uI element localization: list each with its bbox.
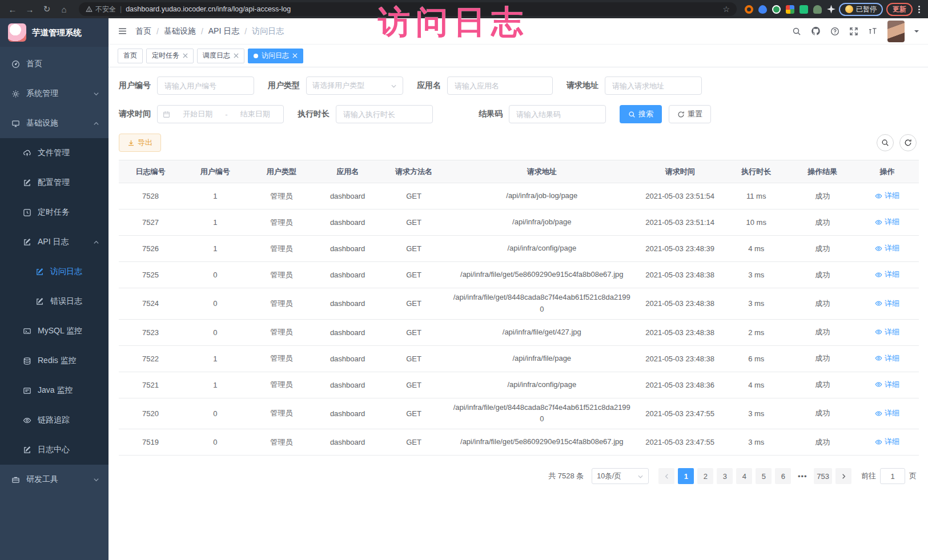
- page-button[interactable]: 1: [678, 468, 694, 484]
- user-id-input[interactable]: [157, 76, 254, 95]
- sidebar-item-mysql-monitor[interactable]: MySQL 监控: [0, 316, 109, 346]
- sidebar-item-redis-monitor[interactable]: Redis 监控: [0, 346, 109, 376]
- page-button[interactable]: 6: [775, 468, 791, 484]
- detail-link[interactable]: 详细: [875, 299, 899, 309]
- sidebar-item-system[interactable]: 系统管理: [0, 79, 109, 108]
- active-dot: [254, 54, 258, 58]
- tab-scheduled-tasks[interactable]: 定时任务: [146, 49, 194, 63]
- close-icon[interactable]: [292, 53, 298, 58]
- extension-icon[interactable]: [800, 5, 808, 14]
- forward-icon[interactable]: →: [23, 2, 37, 16]
- dashboard-icon: [11, 60, 20, 69]
- sidebar-item-file-management[interactable]: 文件管理: [0, 138, 109, 168]
- detail-link[interactable]: 详细: [875, 217, 899, 227]
- detail-link[interactable]: 详细: [875, 269, 899, 280]
- sidebar-item-home[interactable]: 首页: [0, 49, 109, 79]
- page-button[interactable]: 4: [736, 468, 752, 484]
- toggle-search-button[interactable]: [877, 134, 894, 151]
- avatar-caret-icon[interactable]: [914, 30, 919, 35]
- home-icon[interactable]: ⌂: [57, 2, 71, 16]
- back-icon[interactable]: ←: [6, 2, 19, 16]
- sidebar-item-infrastructure[interactable]: 基础设施: [0, 108, 109, 138]
- result-code-input[interactable]: [509, 105, 606, 123]
- detail-link[interactable]: 详细: [875, 437, 899, 447]
- sidebar-item-java-monitor[interactable]: Java 监控: [0, 376, 109, 405]
- detail-link[interactable]: 详细: [875, 243, 899, 253]
- table-toolbar: 导出: [119, 134, 919, 152]
- breadcrumb-item[interactable]: 首页: [135, 26, 151, 37]
- extension-icon[interactable]: [758, 5, 767, 14]
- reload-icon[interactable]: ↻: [40, 2, 54, 16]
- detail-link[interactable]: 详细: [875, 327, 899, 337]
- detail-link[interactable]: 详细: [875, 353, 899, 364]
- extension-icon[interactable]: [772, 5, 781, 14]
- result-code-label: 结果码: [479, 109, 503, 119]
- page-button[interactable]: 3: [717, 468, 733, 484]
- refresh-table-button[interactable]: [899, 134, 917, 151]
- close-icon[interactable]: [183, 53, 188, 58]
- sidebar-item-log-center[interactable]: 日志中心: [0, 435, 109, 465]
- next-page-button[interactable]: [835, 468, 851, 484]
- tab-home[interactable]: 首页: [118, 49, 143, 63]
- eye-icon: [875, 381, 882, 388]
- sidebar-header[interactable]: 芋道管理系统: [0, 18, 109, 47]
- duration-input[interactable]: [336, 105, 433, 123]
- tab-schedule-log[interactable]: 调度日志: [197, 49, 244, 63]
- detail-link[interactable]: 详细: [875, 191, 899, 201]
- page-size-select[interactable]: 10条/页: [592, 468, 649, 484]
- bookmark-star-icon[interactable]: ☆: [722, 5, 730, 14]
- tag-view-bar: 首页 定时任务 调度日志 访问日志: [109, 45, 928, 67]
- sidebar-item-scheduled-tasks[interactable]: 定时任务: [0, 198, 109, 227]
- extension-icon[interactable]: [813, 5, 822, 14]
- detail-link[interactable]: 详细: [875, 380, 899, 390]
- profile-paused-badge[interactable]: 已暂停: [839, 3, 883, 16]
- screen-icon: [23, 327, 31, 336]
- prev-page-button[interactable]: [658, 468, 674, 484]
- request-url-input[interactable]: [605, 76, 702, 95]
- user-avatar[interactable]: [887, 21, 905, 42]
- update-button[interactable]: 更新: [886, 3, 913, 16]
- date-range-picker[interactable]: 开始日期 - 结束日期: [157, 105, 284, 123]
- screen: ← → ↻ ⌂ 不安全 | dashboard.yudao.iocoder.cn…: [0, 0, 928, 560]
- security-chip[interactable]: 不安全: [86, 5, 116, 14]
- search-icon[interactable]: [792, 27, 801, 36]
- detail-link[interactable]: 详细: [875, 408, 899, 418]
- sidebar-item-dev-tools[interactable]: 研发工具: [0, 465, 109, 494]
- help-icon[interactable]: [830, 27, 839, 36]
- extension-icon[interactable]: [827, 5, 835, 14]
- goto-page-input[interactable]: [880, 468, 905, 484]
- address-bar[interactable]: 不安全 | dashboard.yudao.iocoder.cn/infra/l…: [79, 2, 737, 16]
- github-icon[interactable]: [811, 26, 821, 36]
- eye-icon: [875, 219, 882, 226]
- more-pages-icon[interactable]: •••: [794, 468, 810, 484]
- duration-label: 执行时长: [298, 109, 330, 119]
- sidebar-item-access-log[interactable]: 访问日志: [0, 257, 109, 287]
- eye-icon: [875, 192, 882, 200]
- sidebar-item-config-management[interactable]: 配置管理: [0, 168, 109, 198]
- sidebar-item-error-log[interactable]: 错误日志: [0, 287, 109, 316]
- fullscreen-icon[interactable]: [849, 27, 858, 36]
- page-button[interactable]: 2: [697, 468, 713, 484]
- export-button[interactable]: 导出: [119, 134, 161, 152]
- breadcrumb-item[interactable]: API 日志: [208, 26, 239, 37]
- page-button[interactable]: 753: [814, 468, 832, 484]
- search-button[interactable]: 搜索: [620, 105, 662, 123]
- extension-icon[interactable]: [786, 5, 794, 14]
- breadcrumb-item[interactable]: 基础设施: [164, 26, 196, 37]
- filter-row-2: 请求时间 开始日期 - 结束日期 执行时长 结果码: [119, 105, 919, 123]
- font-size-icon[interactable]: [868, 27, 878, 35]
- reset-button[interactable]: 重置: [669, 105, 711, 123]
- user-type-select[interactable]: 请选择用户类型: [306, 76, 403, 95]
- collapse-menu-icon[interactable]: [118, 26, 127, 36]
- browser-menu-icon[interactable]: [916, 6, 922, 13]
- table-row: 75240管理员dashboardGET/api/infra/file/get/…: [119, 288, 919, 320]
- app-name-input[interactable]: [447, 76, 553, 95]
- close-icon[interactable]: [234, 53, 239, 58]
- extension-icon[interactable]: [745, 5, 753, 14]
- calendar-icon: [163, 111, 170, 118]
- sidebar-item-api-log[interactable]: API 日志: [0, 227, 109, 257]
- tab-access-log[interactable]: 访问日志: [248, 49, 303, 63]
- sidebar-item-link-trace[interactable]: 链路追踪: [0, 405, 109, 435]
- page-button[interactable]: 5: [756, 468, 772, 484]
- chevron-right-icon: [841, 473, 847, 480]
